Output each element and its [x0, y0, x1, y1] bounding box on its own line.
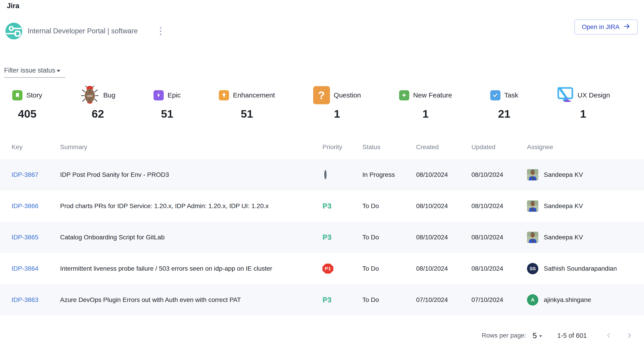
issue-type-count: 21	[498, 107, 510, 120]
avatar	[527, 169, 538, 180]
table-row: IDP-3866 Prod charts PRs for IDP Service…	[0, 190, 644, 222]
issue-summary: Azure DevOps Plugin Errors out with Auth…	[60, 296, 322, 304]
issue-status: To Do	[362, 202, 416, 210]
issue-type-count: 1	[334, 107, 340, 120]
issue-type-card-story: Story 405	[12, 85, 42, 120]
next-page-button[interactable]	[624, 331, 634, 341]
story-bookmark-icon	[12, 90, 22, 100]
issue-type-label: Epic	[168, 91, 181, 99]
issue-type-label: Question	[334, 91, 361, 99]
issue-type-card-enhancement: Enhancement 51	[219, 85, 275, 120]
issue-updated: 08/10/2024	[472, 234, 527, 241]
rows-per-page-select[interactable]: 5	[532, 331, 542, 340]
priority-p1-badge: P1	[322, 264, 333, 274]
avatar	[527, 200, 538, 212]
internal-developer-portal-logo-icon	[6, 23, 22, 39]
issue-type-card-task: Task 21	[490, 85, 518, 120]
issue-type-count: 1	[422, 107, 428, 120]
issue-summary: Catalog Onboarding Script for GitLab	[60, 234, 322, 241]
column-header-status: Status	[362, 143, 416, 151]
issue-summary: IDP Post Prod Sanity for Env - PROD3	[60, 171, 322, 178]
chevron-down-icon	[57, 70, 60, 72]
issue-type-count: 62	[92, 107, 104, 120]
svg-text:</>: </>	[87, 94, 93, 98]
issue-type-label: New Feature	[413, 91, 452, 99]
table-row: IDP-3865 Catalog Onboarding Script for G…	[0, 222, 644, 253]
issue-updated: 08/10/2024	[472, 171, 527, 178]
filter-issue-status-select[interactable]: Filter issue status	[4, 67, 65, 78]
column-header-created: Created	[416, 143, 472, 151]
issue-summary: Intermittent liveness probe failure / 50…	[60, 265, 322, 272]
issue-type-label: Story	[26, 91, 42, 99]
table-header-row: Key Summary Priority Status Created Upda…	[0, 135, 644, 159]
issue-status: In Progress	[362, 171, 416, 178]
issue-type-card-epic: Epic 51	[154, 85, 181, 120]
open-in-jira-label: Open in JIRA	[582, 23, 620, 30]
epic-bolt-icon	[154, 90, 164, 100]
rows-per-page-value: 5	[532, 331, 537, 340]
assignee-name: ajinkya.shingane	[544, 296, 591, 304]
table-row: IDP-3867 IDP Post Prod Sanity for Env - …	[0, 159, 644, 190]
issue-type-count: 405	[18, 107, 36, 120]
question-mark-icon: ?	[313, 86, 330, 104]
issues-table: Key Summary Priority Status Created Upda…	[0, 135, 644, 316]
page-title: Jira	[7, 2, 19, 10]
issue-created: 08/10/2024	[416, 171, 472, 178]
rows-per-page-label: Rows per page:	[482, 332, 526, 339]
assignee-cell: A ajinkya.shingane	[527, 294, 644, 306]
table-row: IDP-3864 Intermittent liveness probe fai…	[0, 253, 644, 284]
previous-page-button[interactable]	[604, 331, 614, 341]
priority-p3-badge: P3	[322, 202, 332, 210]
column-header-summary: Summary	[60, 143, 322, 151]
new-feature-plus-icon	[399, 90, 409, 100]
avatar	[527, 232, 538, 243]
issue-updated: 08/10/2024	[472, 202, 527, 210]
issue-updated: 08/10/2024	[472, 265, 527, 272]
issue-type-card-bug: </> Bug 62	[80, 85, 115, 120]
issue-key-link[interactable]: IDP-3867	[12, 171, 38, 178]
priority-p3-badge: P3	[322, 296, 332, 304]
enhancement-bulb-icon	[219, 90, 229, 100]
issue-type-count: 51	[241, 107, 253, 120]
issue-type-cards: Story 405	[12, 85, 610, 120]
issue-type-label: Task	[504, 91, 518, 99]
open-in-jira-button[interactable]: Open in JIRA	[574, 19, 638, 34]
issue-key-link[interactable]: IDP-3865	[12, 234, 38, 241]
issue-status: To Do	[362, 296, 416, 304]
issue-summary: Prod charts PRs for IDP Service: 1.20.x,…	[60, 202, 322, 210]
pagination-bar: Rows per page: 5 1-5 of 601	[482, 328, 634, 343]
chevron-down-icon	[539, 335, 542, 337]
issue-type-card-ux-design: UX Design 1	[556, 85, 610, 120]
entity-name: Internal Developer Portal | software	[28, 27, 138, 35]
ux-design-monitor-icon	[556, 87, 574, 104]
assignee-cell: SS Sathish Soundarapandian	[527, 263, 644, 274]
assignee-name: Sandeepa KV	[544, 234, 583, 241]
assignee-cell: Sandeepa KV	[527, 232, 644, 243]
column-header-priority: Priority	[322, 143, 362, 151]
entity-header: Internal Developer Portal | software	[6, 23, 164, 39]
issue-type-card-new-feature: New Feature 1	[399, 85, 452, 120]
avatar: A	[527, 294, 538, 306]
issue-created: 07/10/2024	[416, 296, 472, 304]
assignee-name: Sandeepa KV	[544, 202, 583, 210]
column-header-updated: Updated	[472, 143, 527, 151]
issue-key-link[interactable]: IDP-3866	[12, 202, 38, 209]
task-check-icon	[490, 90, 500, 100]
issue-created: 08/10/2024	[416, 202, 472, 210]
arrow-right-icon	[623, 23, 630, 31]
assignee-name: Sathish Soundarapandian	[544, 265, 617, 272]
issue-created: 08/10/2024	[416, 265, 472, 272]
issue-status: To Do	[362, 234, 416, 241]
issue-key-link[interactable]: IDP-3864	[12, 265, 38, 272]
avatar: SS	[527, 263, 538, 274]
issue-created: 08/10/2024	[416, 234, 472, 241]
issue-status: To Do	[362, 265, 416, 272]
column-header-assignee: Assignee	[527, 143, 644, 151]
issue-type-count: 51	[161, 107, 174, 120]
issue-key-link[interactable]: IDP-3863	[12, 296, 38, 303]
issue-type-label: Bug	[103, 91, 115, 99]
priority-none-icon	[324, 170, 326, 179]
kebab-menu-icon[interactable]	[158, 25, 164, 37]
jira-plugin-panel: Jira Internal Developer Portal | softwar…	[0, 0, 644, 345]
assignee-cell: Sandeepa KV	[527, 169, 644, 180]
